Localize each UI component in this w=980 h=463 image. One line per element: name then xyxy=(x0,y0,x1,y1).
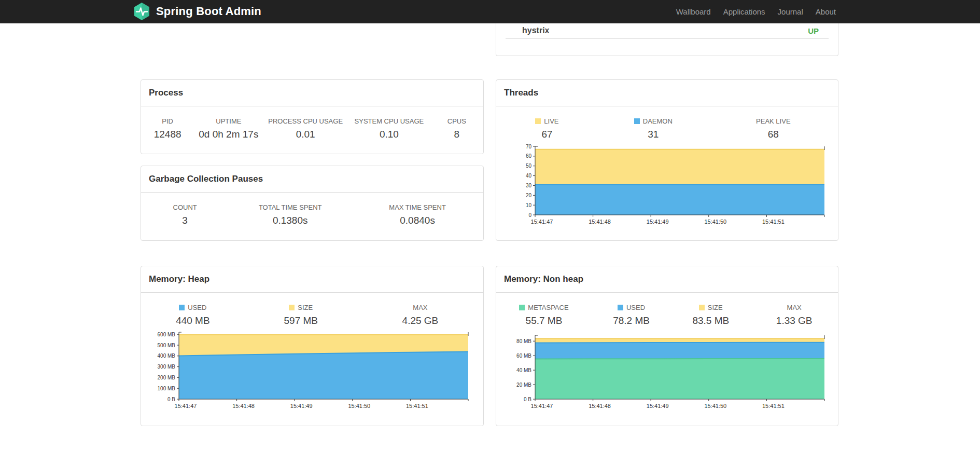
heap-legend: USED 440 MB SIZE 597 MB MAX 4.25 GB xyxy=(141,304,483,326)
metric-metaspace: METASPACE 55.7 MB xyxy=(496,304,592,326)
nonheap-memory-chart: 0 B20 MB40 MB60 MB80 MB15:41:4715:41:481… xyxy=(502,330,829,414)
metric-label: MAX TIME SPENT xyxy=(389,203,446,211)
metric-label: MAX xyxy=(413,304,427,311)
metric-label: COUNT xyxy=(173,203,197,211)
svg-text:50: 50 xyxy=(526,163,532,169)
svg-text:300 MB: 300 MB xyxy=(158,364,176,370)
svg-text:15:41:49: 15:41:49 xyxy=(647,403,669,409)
health-name: hystrix xyxy=(522,26,549,35)
svg-text:15:41:48: 15:41:48 xyxy=(589,219,611,225)
heap-panel: Memory: Heap USED 440 MB SIZE 597 MB MAX… xyxy=(141,266,484,426)
metric-gc-count: COUNT 3 xyxy=(141,203,229,226)
threads-panel-title: Threads xyxy=(496,80,838,106)
metric-label: SYSTEM CPU USAGE xyxy=(355,117,424,125)
brand-logo-icon xyxy=(133,2,150,21)
metric-value: 78.2 MB xyxy=(613,315,650,326)
svg-text:500 MB: 500 MB xyxy=(158,343,176,348)
svg-text:0 B: 0 B xyxy=(524,397,531,402)
svg-text:400 MB: 400 MB xyxy=(158,353,176,359)
gc-panel: Garbage Collection Pauses COUNT 3 TOTAL … xyxy=(141,166,484,241)
size-legend-swatch xyxy=(699,305,705,310)
svg-text:15:41:47: 15:41:47 xyxy=(175,403,197,409)
svg-text:15:41:50: 15:41:50 xyxy=(348,403,370,409)
svg-text:20: 20 xyxy=(526,193,532,198)
metric-value: 0.10 xyxy=(380,129,399,140)
svg-text:15:41:48: 15:41:48 xyxy=(589,403,611,409)
svg-text:200 MB: 200 MB xyxy=(158,375,176,380)
metric-value: 3 xyxy=(182,215,188,226)
threads-legend: LIVE 67 DAEMON 31 PEAK LIVE 68 xyxy=(496,117,838,140)
process-panel: Process PID 12488 UPTIME 0d 0h 2m 17s PR… xyxy=(141,79,484,154)
metric-value: 0.1380s xyxy=(273,215,308,226)
navbar: Spring Boot Admin Wallboard Applications… xyxy=(0,0,980,23)
metric-heap-used: USED 440 MB xyxy=(141,304,245,326)
process-metrics: PID 12488 UPTIME 0d 0h 2m 17s PROCESS CP… xyxy=(141,117,483,140)
svg-text:60 MB: 60 MB xyxy=(516,353,531,359)
gc-metrics: COUNT 3 TOTAL TIME SPENT 0.1380s MAX TIM… xyxy=(141,203,483,226)
threads-panel: Threads LIVE 67 DAEMON 31 PEAK LIVE 68 xyxy=(496,79,838,241)
svg-text:40 MB: 40 MB xyxy=(516,367,531,373)
metric-label: PROCESS CPU USAGE xyxy=(268,117,343,125)
brand[interactable]: Spring Boot Admin xyxy=(133,0,261,23)
metric-heap-max: MAX 4.25 GB xyxy=(357,304,483,326)
metric-label: PEAK LIVE xyxy=(756,117,790,125)
threads-chart: 01020304050607015:41:4715:41:4815:41:491… xyxy=(502,141,829,229)
nonheap-legend: METASPACE 55.7 MB USED 78.2 MB SIZE 83.5… xyxy=(496,304,838,326)
metric-value: 1.33 GB xyxy=(776,315,813,326)
nonheap-panel: Memory: Non heap METASPACE 55.7 MB USED … xyxy=(496,266,838,426)
used-legend-swatch xyxy=(179,305,185,310)
metric-value: 68 xyxy=(768,129,779,140)
metric-threads-live: LIVE 67 xyxy=(496,117,598,140)
svg-text:15:41:49: 15:41:49 xyxy=(290,403,313,409)
metric-value: 0.0840s xyxy=(400,215,435,226)
metric-process-cpu: PROCESS CPU USAGE 0.01 xyxy=(263,117,348,140)
nav-link-about[interactable]: About xyxy=(809,7,842,16)
nav-link-wallboard[interactable]: Wallboard xyxy=(670,7,717,16)
metric-value: 8 xyxy=(454,129,460,140)
metric-value: 0.01 xyxy=(296,129,315,140)
health-status-badge: UP xyxy=(808,26,819,35)
health-row: hystrix UP xyxy=(506,23,829,39)
metric-uptime: UPTIME 0d 0h 2m 17s xyxy=(194,117,263,140)
svg-text:15:41:47: 15:41:47 xyxy=(531,403,553,409)
metric-label: SIZE xyxy=(699,304,723,311)
metric-value: 12488 xyxy=(154,129,181,140)
svg-text:10: 10 xyxy=(526,202,532,208)
metric-gc-total: TOTAL TIME SPENT 0.1380s xyxy=(229,203,352,226)
metric-label: UPTIME xyxy=(216,117,241,125)
metaspace-legend-swatch xyxy=(519,305,525,310)
svg-text:15:41:50: 15:41:50 xyxy=(704,219,726,225)
metric-nonheap-max: MAX 1.33 GB xyxy=(750,304,838,326)
metric-value: 83.5 MB xyxy=(692,315,729,326)
metric-label: DAEMON xyxy=(634,117,673,125)
metric-threads-peak: PEAK LIVE 68 xyxy=(709,117,838,140)
svg-text:70: 70 xyxy=(526,144,532,149)
svg-text:30: 30 xyxy=(526,183,532,188)
svg-text:600 MB: 600 MB xyxy=(158,332,176,337)
gc-panel-title: Garbage Collection Pauses xyxy=(141,166,483,193)
metric-label: TOTAL TIME SPENT xyxy=(259,203,322,211)
svg-text:15:41:49: 15:41:49 xyxy=(647,219,669,225)
nav-link-journal[interactable]: Journal xyxy=(772,7,809,16)
svg-text:15:41:48: 15:41:48 xyxy=(232,403,255,409)
svg-text:40: 40 xyxy=(526,173,532,179)
svg-text:15:41:51: 15:41:51 xyxy=(762,219,785,225)
svg-text:60: 60 xyxy=(526,153,532,159)
metric-label: LIVE xyxy=(535,117,558,125)
live-legend-swatch xyxy=(535,118,541,124)
metric-value: 55.7 MB xyxy=(526,315,563,326)
process-panel-title: Process xyxy=(141,80,483,106)
svg-text:0: 0 xyxy=(528,212,531,218)
metric-value: 31 xyxy=(648,129,659,140)
metric-system-cpu: SYSTEM CPU USAGE 0.10 xyxy=(348,117,430,140)
svg-text:100 MB: 100 MB xyxy=(158,386,176,391)
metric-label: SIZE xyxy=(289,304,313,311)
metric-label: PID xyxy=(162,117,173,125)
size-legend-swatch xyxy=(289,305,295,310)
nav-link-applications[interactable]: Applications xyxy=(717,7,772,16)
heap-memory-chart: 0 B100 MB200 MB300 MB400 MB500 MB600 MB1… xyxy=(146,327,472,414)
svg-text:15:41:51: 15:41:51 xyxy=(762,403,785,409)
used-legend-swatch xyxy=(618,305,623,310)
svg-text:80 MB: 80 MB xyxy=(516,338,531,344)
svg-text:15:41:51: 15:41:51 xyxy=(406,403,428,409)
